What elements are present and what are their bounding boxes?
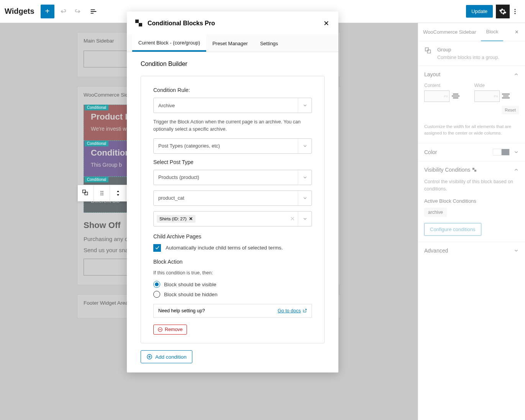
chevron-down-icon bbox=[302, 175, 308, 180]
block-description: Combine blocks into a group. bbox=[437, 55, 499, 60]
panel-visibility: Visibility Conditions Control the visibi… bbox=[418, 161, 525, 242]
move-updown-button[interactable] bbox=[110, 185, 126, 201]
taxonomy-select[interactable]: product_cat bbox=[153, 190, 312, 206]
tab-current-block[interactable]: Current Block - (core/group) bbox=[132, 34, 206, 52]
post-type-select[interactable]: Products (product) bbox=[153, 170, 312, 185]
settings-toggle-button[interactable] bbox=[496, 5, 510, 18]
svg-point-2 bbox=[515, 13, 516, 14]
chevron-down-icon bbox=[302, 143, 308, 149]
chevron-down-icon bbox=[302, 195, 308, 201]
svg-point-6 bbox=[102, 191, 103, 192]
clear-all-button[interactable]: ✕ bbox=[287, 212, 298, 226]
settings-sidebar: WooCommerce Sidebar Block ✕ Group Combin… bbox=[418, 23, 525, 420]
redo-button[interactable] bbox=[71, 5, 85, 18]
drag-handle[interactable] bbox=[94, 185, 110, 201]
panel-advanced: Advanced bbox=[418, 242, 525, 259]
chevron-down-icon bbox=[514, 248, 519, 253]
tab-block[interactable]: Block bbox=[481, 23, 503, 41]
child-archive-label: Child Archive Pages bbox=[153, 233, 312, 240]
remove-condition-button[interactable]: Remove bbox=[153, 325, 187, 335]
svg-rect-11 bbox=[425, 48, 428, 51]
panel-toggle-layout[interactable]: Layout bbox=[418, 66, 525, 83]
content-width-label: Content bbox=[424, 83, 469, 88]
svg-point-8 bbox=[102, 193, 103, 194]
term-multiselect[interactable]: Shirts (ID: 27) ✕ ✕ bbox=[153, 211, 312, 226]
undo-button[interactable] bbox=[56, 5, 70, 18]
sidebar-tabs: WooCommerce Sidebar Block ✕ bbox=[418, 23, 525, 41]
condition-chip-archive: archive bbox=[424, 208, 447, 217]
svg-rect-13 bbox=[472, 168, 474, 170]
condition-builder: Condition Rule: Archive Trigger the Bloc… bbox=[141, 76, 325, 343]
child-terms-checkbox[interactable]: Automatically include child terms of sel… bbox=[153, 244, 312, 252]
chevron-down-icon bbox=[302, 103, 308, 108]
condition-rule-select[interactable]: Archive bbox=[153, 98, 312, 113]
svg-rect-12 bbox=[427, 50, 430, 53]
radio-visible[interactable]: Block should be visible bbox=[153, 281, 312, 288]
visibility-icon bbox=[472, 167, 477, 173]
panel-toggle-advanced[interactable]: Advanced bbox=[418, 242, 525, 259]
conditional-blocks-modal: Conditional Blocks Pro ✕ Current Block -… bbox=[127, 11, 338, 372]
block-action-label: Block Action bbox=[153, 259, 312, 265]
block-info: Group Combine blocks into a group. bbox=[418, 41, 525, 66]
panel-layout: Layout Content PX Wide PX bbox=[418, 66, 525, 143]
condition-rule-label: Condition Rule: bbox=[153, 87, 312, 93]
configure-conditions-button[interactable]: Configure conditions bbox=[424, 223, 481, 236]
tab-document[interactable]: WooCommerce Sidebar bbox=[418, 23, 481, 41]
chevron-up-icon bbox=[514, 72, 519, 77]
panel-toggle-color[interactable]: Color bbox=[418, 143, 525, 161]
active-conditions-label: Active Block Conditions bbox=[424, 198, 519, 204]
svg-rect-4 bbox=[85, 192, 87, 195]
page-title: Widgets bbox=[5, 7, 34, 16]
select-post-type-label: Select Post Type bbox=[153, 159, 312, 165]
chevron-down-icon bbox=[514, 149, 519, 155]
svg-point-7 bbox=[100, 193, 101, 194]
chevron-up-icon bbox=[514, 167, 519, 172]
tab-settings[interactable]: Settings bbox=[254, 34, 284, 52]
archive-type-select[interactable]: Post Types (categories, etc) bbox=[153, 138, 312, 154]
svg-point-5 bbox=[100, 191, 101, 192]
align-wide-icon[interactable] bbox=[502, 94, 510, 99]
svg-rect-15 bbox=[135, 20, 139, 23]
wide-width-label: Wide bbox=[474, 83, 519, 88]
align-center-icon[interactable] bbox=[452, 94, 459, 99]
add-condition-button[interactable]: Add condition bbox=[141, 350, 192, 363]
group-icon bbox=[424, 47, 433, 55]
layout-help-text: Customize the width for all elements tha… bbox=[424, 123, 519, 137]
modal-title: Conditional Blocks Pro bbox=[148, 20, 318, 27]
more-options-button[interactable] bbox=[510, 5, 520, 18]
update-button[interactable]: Update bbox=[466, 5, 493, 18]
add-block-button[interactable]: + bbox=[41, 5, 54, 18]
remove-tag-button[interactable]: ✕ bbox=[189, 216, 193, 221]
rule-hint-text: Trigger the Block Action when the curren… bbox=[153, 118, 312, 133]
chevron-down-icon bbox=[302, 216, 308, 221]
plus-circle-icon bbox=[146, 354, 153, 360]
svg-point-0 bbox=[515, 9, 516, 10]
docs-help-box: Need help setting up? Go to docs bbox=[153, 304, 312, 318]
selected-term-tag: Shirts (ID: 27) ✕ bbox=[157, 215, 195, 223]
condition-builder-title: Condition Builder bbox=[141, 61, 325, 67]
svg-rect-16 bbox=[139, 23, 142, 26]
conditional-badge: Conditional bbox=[85, 177, 108, 182]
tab-preset-manager[interactable]: Preset Manager bbox=[206, 34, 254, 52]
reset-button[interactable]: Reset bbox=[502, 106, 519, 114]
svg-point-10 bbox=[102, 194, 103, 195]
block-action-hint: If this condition is true, then: bbox=[153, 269, 312, 277]
block-name: Group bbox=[437, 47, 499, 52]
block-type-button[interactable] bbox=[78, 185, 94, 201]
docs-link[interactable]: Go to docs bbox=[278, 308, 307, 313]
svg-rect-3 bbox=[82, 190, 85, 193]
docs-prompt: Need help setting up? bbox=[158, 308, 205, 313]
list-view-button[interactable] bbox=[87, 5, 100, 18]
conditional-badge: Conditional bbox=[85, 105, 108, 110]
close-modal-button[interactable]: ✕ bbox=[322, 18, 331, 29]
external-link-icon bbox=[302, 308, 307, 313]
visibility-description: Control the visibility of this block bas… bbox=[424, 178, 519, 193]
svg-point-1 bbox=[515, 11, 516, 12]
radio-hidden[interactable]: Block should be hidden bbox=[153, 291, 312, 298]
close-sidebar-button[interactable]: ✕ bbox=[510, 25, 523, 39]
svg-point-9 bbox=[100, 194, 101, 195]
svg-rect-14 bbox=[474, 170, 476, 172]
conditional-badge: Conditional bbox=[85, 141, 108, 146]
color-swatches bbox=[493, 149, 510, 156]
panel-toggle-visibility[interactable]: Visibility Conditions bbox=[418, 161, 525, 179]
